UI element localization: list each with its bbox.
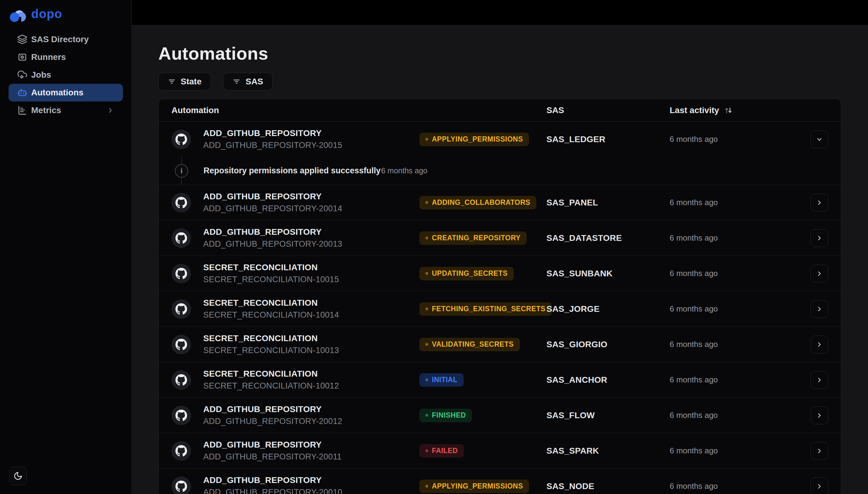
filter-button-sas[interactable]: SAS <box>223 73 273 91</box>
status-dot-icon <box>425 414 428 417</box>
status-dot-icon <box>425 307 428 310</box>
sidebar-item-jobs[interactable]: Jobs <box>8 66 123 84</box>
column-header-sas: SAS <box>546 106 670 115</box>
chevron-down-icon <box>816 136 823 143</box>
row-expand-button[interactable] <box>811 477 828 494</box>
cloud-gear-icon <box>17 70 27 80</box>
status-badge: UPDATING_SECRETS <box>419 267 514 280</box>
row-expand-button[interactable] <box>811 336 828 354</box>
sidebar-item-sas-directory[interactable]: SAS Directory <box>8 31 123 48</box>
dopo-logo-icon <box>8 4 27 23</box>
status-label: CREATING_REPOSITORY <box>432 234 520 242</box>
table-row[interactable]: SECRET_RECONCILIATION SECRET_RECONCILIAT… <box>159 362 841 398</box>
automations-table: Automation SAS Last activity ADD_GITHUB <box>158 99 841 494</box>
table-row[interactable]: SECRET_RECONCILIATION SECRET_RECONCILIAT… <box>159 256 841 291</box>
automation-name: SECRET_RECONCILIATION <box>203 369 339 379</box>
status-badge: APPLYING_PERMISSIONS <box>419 480 529 493</box>
sidebar-item-label: Automations <box>31 88 83 97</box>
chevron-right-icon <box>816 341 823 348</box>
sas-value: SAS_JORGE <box>546 304 670 314</box>
column-header-last-activity[interactable]: Last activity <box>670 106 811 115</box>
status-label: UPDATING_SECRETS <box>432 269 508 278</box>
column-header-automation: Automation <box>171 106 419 115</box>
brand[interactable]: dopo <box>0 0 131 24</box>
sidebar: dopo SAS Directory Runners Jobs Automati… <box>0 0 132 494</box>
sort-arrows-icon[interactable] <box>724 106 733 115</box>
row-expand-button[interactable] <box>811 229 828 247</box>
last-activity-value: 6 months ago <box>670 481 811 491</box>
sas-value: SAS_DATASTORE <box>546 233 670 243</box>
last-activity-value: 6 months ago <box>670 269 811 278</box>
row-expand-button[interactable] <box>811 371 828 389</box>
sas-value: SAS_ANCHOR <box>546 375 670 385</box>
status-label: INITIAL <box>432 376 458 384</box>
chevron-right-icon <box>816 447 823 455</box>
sas-value: SAS_SUNBANK <box>546 269 670 279</box>
table-body: ADD_GITHUB_REPOSITORY ADD_GITHUB_REPOSIT… <box>159 122 841 494</box>
row-expand-button[interactable] <box>811 265 828 283</box>
table-row[interactable]: ADD_GITHUB_REPOSITORY ADD_GITHUB_REPOSIT… <box>159 433 841 469</box>
table-row[interactable]: ADD_GITHUB_REPOSITORY ADD_GITHUB_REPOSIT… <box>159 185 841 221</box>
status-label: ADDING_COLLABORATORS <box>432 198 530 207</box>
chevron-right-icon <box>816 412 823 419</box>
table-row[interactable]: ADD_GITHUB_REPOSITORY ADD_GITHUB_REPOSIT… <box>159 122 841 185</box>
chevron-right-icon <box>816 483 823 490</box>
github-icon <box>171 193 191 212</box>
github-icon <box>171 441 191 461</box>
automation-name: ADD_GITHUB_REPOSITORY <box>203 475 342 485</box>
chevron-right-icon <box>107 107 114 114</box>
table-row[interactable]: SECRET_RECONCILIATION SECRET_RECONCILIAT… <box>159 327 841 362</box>
table-row[interactable]: ADD_GITHUB_REPOSITORY ADD_GITHUB_REPOSIT… <box>159 469 841 494</box>
row-expand-button[interactable] <box>811 131 828 148</box>
automation-name: ADD_GITHUB_REPOSITORY <box>203 192 342 202</box>
status-badge: ADDING_COLLABORATORS <box>419 196 536 209</box>
filter-bar: State SAS <box>158 73 868 91</box>
info-icon: i <box>175 164 188 177</box>
github-icon <box>171 130 191 149</box>
row-expand-button[interactable] <box>811 300 828 318</box>
column-header-last-activity-label: Last activity <box>670 106 719 115</box>
sidebar-item-metrics[interactable]: Metrics <box>8 101 123 119</box>
status-label: FAILED <box>432 446 458 455</box>
github-icon <box>171 228 191 248</box>
row-expand-button[interactable] <box>811 442 828 460</box>
theme-toggle-button[interactable] <box>9 467 27 485</box>
sas-value: SAS_GIORGIO <box>546 340 670 349</box>
status-dot-icon <box>425 272 428 275</box>
sidebar-item-label: Jobs <box>31 70 51 80</box>
robot-icon <box>17 88 27 98</box>
layers-icon <box>17 34 27 45</box>
sidebar-item-runners[interactable]: Runners <box>8 48 123 66</box>
chevron-right-icon <box>816 199 823 206</box>
automation-id: ADD_GITHUB_REPOSITORY-20015 <box>203 140 342 150</box>
table-row[interactable]: ADD_GITHUB_REPOSITORY ADD_GITHUB_REPOSIT… <box>159 398 841 433</box>
last-activity-value: 6 months ago <box>670 446 811 455</box>
moon-icon <box>14 471 23 480</box>
filter-button-state[interactable]: State <box>158 73 211 91</box>
automation-id: SECRET_RECONCILIATION-10013 <box>203 346 339 355</box>
automation-name: ADD_GITHUB_REPOSITORY <box>203 128 342 138</box>
automation-name: SECRET_RECONCILIATION <box>203 298 339 308</box>
filter-icon <box>233 78 240 86</box>
brand-wordmark: dopo <box>31 7 62 21</box>
last-activity-value: 6 months ago <box>670 134 811 144</box>
sidebar-item-automations[interactable]: Automations <box>8 84 123 101</box>
github-icon <box>171 264 191 283</box>
github-icon <box>171 370 191 390</box>
automation-id: ADD_GITHUB_REPOSITORY-20010 <box>203 488 342 494</box>
status-label: VALIDATING_SECRETS <box>432 340 514 348</box>
sidebar-item-label: SAS Directory <box>31 35 89 44</box>
status-badge: INITIAL <box>419 373 464 387</box>
github-icon <box>171 335 191 354</box>
status-badge: APPLYING_PERMISSIONS <box>419 133 529 146</box>
table-row[interactable]: ADD_GITHUB_REPOSITORY ADD_GITHUB_REPOSIT… <box>159 221 841 256</box>
table-row[interactable]: SECRET_RECONCILIATION SECRET_RECONCILIAT… <box>159 291 841 327</box>
status-badge: FAILED <box>419 444 464 458</box>
main-content: Automations State SAS Automation SAS Las… <box>132 25 868 494</box>
row-expand-button[interactable] <box>811 194 828 211</box>
status-badge: FETCHING_EXISTING_SECRETS <box>419 302 552 316</box>
sas-value: SAS_FLOW <box>546 411 670 420</box>
automation-id: ADD_GITHUB_REPOSITORY-20011 <box>203 452 342 461</box>
automation-id: ADD_GITHUB_REPOSITORY-20012 <box>203 417 342 426</box>
row-expand-button[interactable] <box>811 406 828 424</box>
